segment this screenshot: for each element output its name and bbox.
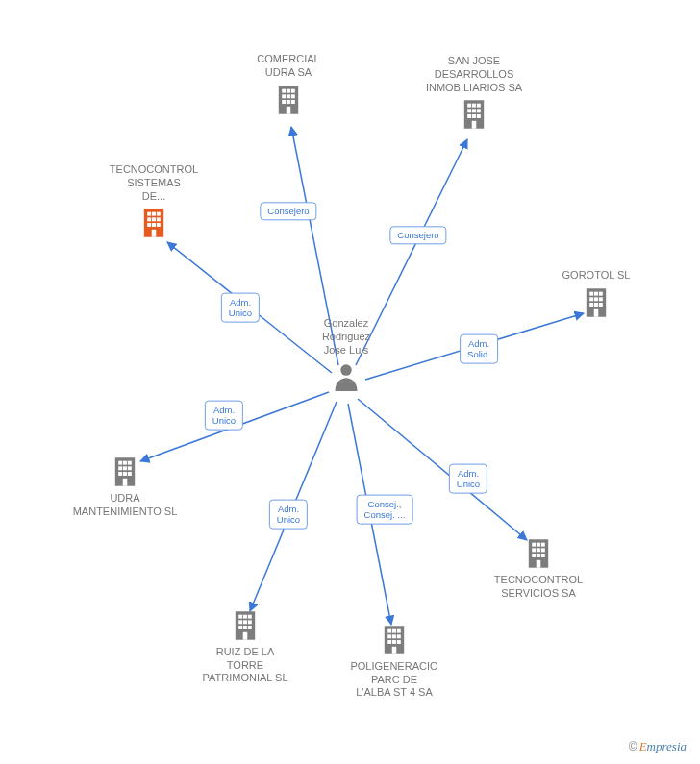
company-node-tecnocontrol-sistemas[interactable]: TECNOCONTROL SISTEMAS DE... xyxy=(87,163,221,243)
svg-rect-57 xyxy=(388,634,391,638)
svg-rect-32 xyxy=(589,291,593,295)
svg-rect-67 xyxy=(248,615,252,619)
copyright-symbol: © xyxy=(629,740,638,753)
building-icon xyxy=(381,624,408,660)
svg-rect-26 xyxy=(477,110,481,113)
relation-label: Adm. Unico xyxy=(205,401,243,431)
svg-rect-85 xyxy=(123,479,128,486)
svg-rect-36 xyxy=(594,297,598,301)
credit-rest: mpresia xyxy=(647,739,687,753)
svg-rect-76 xyxy=(118,461,122,465)
svg-rect-34 xyxy=(599,291,603,295)
relation-label: Adm. Solid. xyxy=(460,334,498,364)
svg-rect-44 xyxy=(537,543,540,547)
svg-rect-17 xyxy=(287,100,290,104)
svg-rect-24 xyxy=(467,110,471,113)
svg-rect-77 xyxy=(123,461,127,465)
svg-rect-13 xyxy=(282,94,286,98)
relation-label: Adm. Unico xyxy=(449,464,488,494)
svg-rect-35 xyxy=(589,297,593,301)
person-icon xyxy=(333,382,360,393)
svg-rect-33 xyxy=(594,291,598,295)
svg-rect-11 xyxy=(287,88,290,92)
svg-rect-22 xyxy=(472,104,476,108)
building-icon xyxy=(583,286,610,323)
svg-rect-71 xyxy=(238,626,242,629)
company-label: TECNOCONTROL SISTEMAS DE... xyxy=(87,163,221,203)
svg-rect-10 xyxy=(282,88,286,92)
svg-rect-87 xyxy=(147,212,151,216)
company-node-comercial-udra[interactable]: COMERCIAL UDRA SA xyxy=(221,53,356,119)
credit: ©Empresia xyxy=(629,739,687,754)
credit-first-letter: E xyxy=(639,739,647,753)
svg-rect-56 xyxy=(397,629,401,633)
svg-rect-84 xyxy=(128,472,132,476)
company-node-san-jose[interactable]: SAN JOSE DESARROLLOS INMOBILIARIOS SA xyxy=(407,55,541,135)
company-node-poligeneracio[interactable]: POLIGENERACIO PARC DE L'ALBA ST 4 SA xyxy=(327,620,462,700)
company-label: SAN JOSE DESARROLLOS INMOBILIARIOS SA xyxy=(407,55,541,94)
svg-rect-80 xyxy=(123,466,127,470)
company-label: UDRA MANTENIMIENTO SL xyxy=(58,492,192,519)
relation-label: Adm. Unico xyxy=(221,293,260,323)
company-label: COMERCIAL UDRA SA xyxy=(221,53,356,80)
svg-rect-54 xyxy=(388,629,391,633)
svg-rect-70 xyxy=(248,620,252,624)
svg-rect-78 xyxy=(128,461,132,465)
svg-rect-25 xyxy=(472,110,476,113)
svg-rect-59 xyxy=(397,634,401,638)
svg-rect-68 xyxy=(238,620,242,624)
center-person-node[interactable]: Gonzalez Rodriguez Jose Luis xyxy=(288,317,404,395)
company-node-tecnocontrol-servicios[interactable]: TECNOCONTROL SERVICIOS SA xyxy=(471,533,606,600)
svg-rect-61 xyxy=(392,640,396,644)
svg-rect-93 xyxy=(147,223,151,227)
svg-rect-60 xyxy=(388,640,391,644)
building-icon xyxy=(275,84,302,120)
center-person-label: Gonzalez Rodriguez Jose Luis xyxy=(288,317,404,357)
svg-rect-94 xyxy=(152,223,156,227)
svg-rect-46 xyxy=(532,548,536,552)
company-label: RUIZ DE LA TORRE PATRIMONIAL SL xyxy=(178,646,312,685)
svg-rect-27 xyxy=(467,114,471,118)
svg-rect-52 xyxy=(537,560,541,568)
svg-rect-73 xyxy=(248,626,252,629)
svg-rect-48 xyxy=(541,548,545,552)
svg-rect-41 xyxy=(594,309,599,317)
building-icon-highlight xyxy=(140,207,167,243)
diagram-canvas: Consejero Consejero Adm. Solid. Adm. Uni… xyxy=(0,0,700,764)
svg-rect-92 xyxy=(157,218,161,222)
svg-rect-50 xyxy=(537,554,540,557)
svg-rect-49 xyxy=(532,554,536,557)
svg-rect-83 xyxy=(123,472,127,476)
svg-rect-14 xyxy=(287,94,290,98)
svg-rect-66 xyxy=(243,615,247,619)
svg-rect-43 xyxy=(532,543,536,547)
svg-rect-89 xyxy=(157,212,161,216)
svg-rect-16 xyxy=(282,100,286,104)
building-icon xyxy=(232,609,259,646)
svg-rect-55 xyxy=(392,629,396,633)
company-node-udra-mantenimiento[interactable]: UDRA MANTENIMIENTO SL xyxy=(58,452,192,518)
relation-label: Consejero xyxy=(389,226,446,244)
svg-rect-45 xyxy=(541,543,545,547)
company-node-gorotol[interactable]: GOROTOL SL xyxy=(529,269,663,323)
company-label: GOROTOL SL xyxy=(529,269,663,283)
svg-rect-62 xyxy=(397,640,401,644)
relation-label: Adm. Unico xyxy=(269,500,308,530)
company-label: POLIGENERACIO PARC DE L'ALBA ST 4 SA xyxy=(327,660,462,700)
svg-rect-51 xyxy=(541,554,545,557)
svg-rect-47 xyxy=(537,548,540,552)
svg-rect-65 xyxy=(238,615,242,619)
building-icon xyxy=(525,537,552,574)
svg-rect-15 xyxy=(291,94,295,98)
svg-rect-39 xyxy=(594,303,598,307)
svg-rect-21 xyxy=(467,104,471,108)
svg-rect-72 xyxy=(243,626,247,629)
svg-rect-90 xyxy=(147,218,151,222)
svg-rect-23 xyxy=(477,104,481,108)
company-label: TECNOCONTROL SERVICIOS SA xyxy=(471,574,606,601)
svg-rect-30 xyxy=(472,121,477,129)
company-node-ruiz[interactable]: RUIZ DE LA TORRE PATRIMONIAL SL xyxy=(178,605,312,685)
svg-rect-81 xyxy=(128,466,132,470)
svg-rect-12 xyxy=(291,88,295,92)
svg-rect-91 xyxy=(152,218,156,222)
